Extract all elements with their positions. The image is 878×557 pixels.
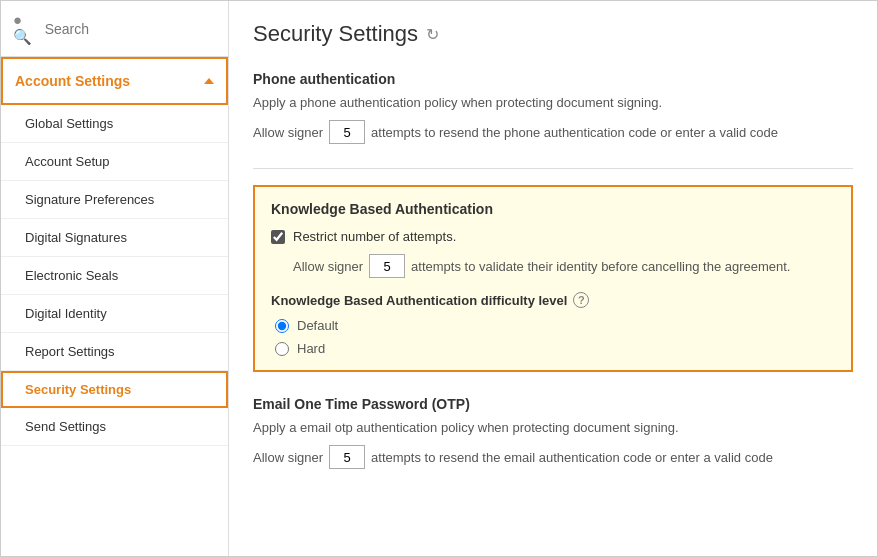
restrict-attempts-label: Restrict number of attempts. (293, 229, 456, 244)
restrict-attempts-row: Restrict number of attempts. (271, 229, 835, 244)
sidebar-item-global-settings[interactable]: Global Settings (1, 105, 228, 143)
sidebar-item-digital-identity[interactable]: Digital Identity (1, 295, 228, 333)
kba-section: Knowledge Based Authentication Restrict … (253, 185, 853, 372)
otp-title: Email One Time Password (OTP) (253, 396, 853, 412)
kba-title: Knowledge Based Authentication (271, 201, 835, 217)
phone-allow-signer-suffix: attempts to resend the phone authenticat… (371, 125, 778, 140)
sidebar-item-electronic-seals[interactable]: Electronic Seals (1, 257, 228, 295)
phone-auth-desc: Apply a phone authentication policy when… (253, 95, 853, 110)
otp-allow-signer-prefix: Allow signer (253, 450, 323, 465)
chevron-up-icon (204, 78, 214, 84)
difficulty-radio-group: Default Hard (275, 318, 835, 356)
sidebar-item-report-settings[interactable]: Report Settings (1, 333, 228, 371)
help-icon[interactable]: ? (573, 292, 589, 308)
sidebar: ●🔍 Account Settings Global Settings Acco… (1, 1, 229, 556)
phone-auth-attempts-row: Allow signer attempts to resend the phon… (253, 120, 853, 144)
account-settings-label: Account Settings (15, 73, 130, 89)
radio-default-label: Default (297, 318, 338, 333)
radio-hard-label: Hard (297, 341, 325, 356)
divider-1 (253, 168, 853, 169)
otp-attempts-row: Allow signer attempts to resend the emai… (253, 445, 853, 469)
radio-hard-row: Hard (275, 341, 835, 356)
radio-hard[interactable] (275, 342, 289, 356)
search-bar[interactable]: ●🔍 (1, 1, 228, 57)
restrict-attempts-checkbox[interactable] (271, 230, 285, 244)
phone-auth-section: Phone authentication Apply a phone authe… (253, 71, 853, 144)
search-icon: ●🔍 (13, 11, 37, 46)
main-content: Security Settings ↻ Phone authentication… (229, 1, 877, 556)
account-settings-header[interactable]: Account Settings (1, 57, 228, 105)
kba-allow-signer-prefix: Allow signer (293, 259, 363, 274)
page-title: Security Settings (253, 21, 418, 47)
sidebar-item-security-settings[interactable]: Security Settings (1, 371, 228, 408)
otp-desc: Apply a email otp authentication policy … (253, 420, 853, 435)
otp-section: Email One Time Password (OTP) Apply a em… (253, 396, 853, 469)
radio-default[interactable] (275, 319, 289, 333)
phone-attempts-input[interactable] (329, 120, 365, 144)
phone-allow-signer-prefix: Allow signer (253, 125, 323, 140)
sidebar-item-account-setup[interactable]: Account Setup (1, 143, 228, 181)
otp-allow-signer-suffix: attempts to resend the email authenticat… (371, 450, 773, 465)
kba-allow-signer-suffix: attempts to validate their identity befo… (411, 259, 790, 274)
refresh-icon[interactable]: ↻ (426, 25, 439, 44)
radio-default-row: Default (275, 318, 835, 333)
kba-attempts-input[interactable] (369, 254, 405, 278)
sidebar-nav: Global Settings Account Setup Signature … (1, 105, 228, 446)
page-title-area: Security Settings ↻ (253, 21, 853, 47)
sidebar-item-send-settings[interactable]: Send Settings (1, 408, 228, 446)
difficulty-level-label: Knowledge Based Authentication difficult… (271, 292, 835, 308)
search-input[interactable] (45, 21, 216, 37)
sidebar-item-signature-preferences[interactable]: Signature Preferences (1, 181, 228, 219)
otp-attempts-input[interactable] (329, 445, 365, 469)
phone-auth-title: Phone authentication (253, 71, 853, 87)
sidebar-item-digital-signatures[interactable]: Digital Signatures (1, 219, 228, 257)
kba-attempts-row: Allow signer attempts to validate their … (293, 254, 835, 278)
